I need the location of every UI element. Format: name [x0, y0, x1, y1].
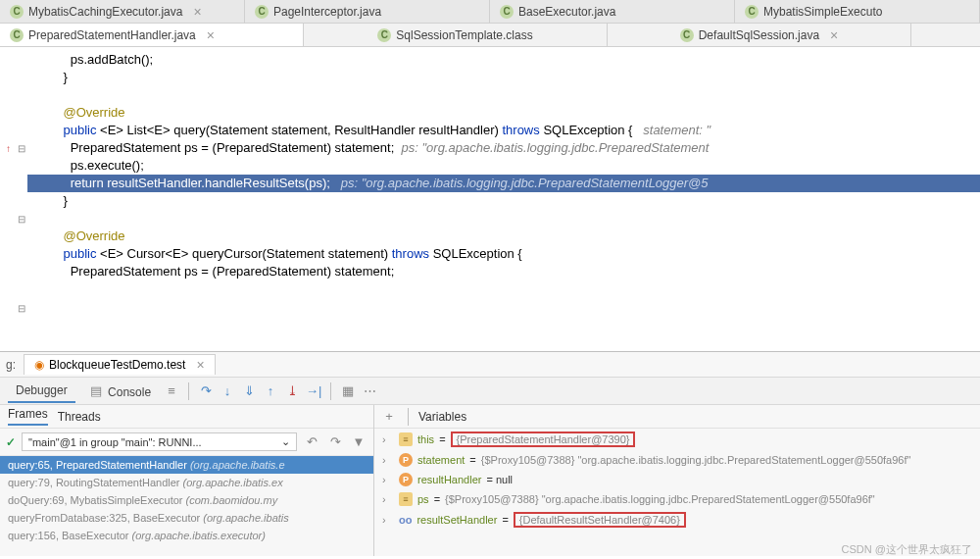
close-icon[interactable]: ×: [207, 27, 215, 43]
expand-icon[interactable]: ›: [382, 493, 394, 505]
chevron-down-icon: ⌄: [281, 435, 290, 448]
variable-row[interactable]: ›ooresultSetHandler = {DefaultResultSetH…: [374, 509, 980, 531]
code-line: PreparedStatement ps = (PreparedStatemen…: [0, 263, 980, 280]
java-class-icon: C: [10, 28, 24, 42]
java-class-icon: C: [745, 5, 759, 19]
code-line: public <E> List<E> query(Statement state…: [0, 122, 980, 139]
code-line: @Override: [0, 104, 980, 122]
close-icon[interactable]: ×: [196, 357, 204, 373]
code-line: [0, 86, 980, 104]
debug-label: g:: [6, 358, 16, 372]
force-step-into-icon[interactable]: ⇓: [240, 382, 258, 400]
step-into-icon[interactable]: ↓: [219, 382, 236, 400]
next-frame-icon[interactable]: ↷: [326, 433, 344, 451]
stack-frame[interactable]: queryFromDatabase:325, BaseExecutor (org…: [0, 509, 373, 527]
expand-icon[interactable]: ›: [382, 514, 394, 526]
thread-selector-row: ✓ "main"@1 in group "main": RUNNI...⌄ ↶ …: [0, 429, 373, 456]
java-class-icon: C: [500, 5, 514, 19]
var-type-icon: ≡: [399, 432, 413, 446]
code-line: }: [0, 192, 980, 210]
tab-debugger[interactable]: Debugger: [8, 380, 75, 403]
tab-file[interactable]: CDefaultSqlSession.java×: [608, 24, 911, 46]
thread-dropdown[interactable]: "main"@1 in group "main": RUNNI...⌄: [22, 432, 297, 451]
variable-row[interactable]: ›≡ps = {$Proxy105@7388} "org.apache.ibat…: [374, 489, 980, 509]
stack-frame[interactable]: doQuery:69, MybatisSimpleExecutor (com.b…: [0, 491, 373, 509]
frame-list[interactable]: query:65, PreparedStatementHandler (org.…: [0, 456, 373, 544]
breakpoint-icon[interactable]: ↑: [6, 140, 11, 158]
java-class-icon: C: [377, 28, 391, 42]
drop-frame-icon[interactable]: ⤓: [283, 382, 301, 400]
stack-frame[interactable]: query:79, RoutingStatementHandler (org.a…: [0, 474, 373, 491]
step-out-icon[interactable]: ↑: [262, 382, 279, 400]
debug-tool-window: g: ◉ BlockqueueTestDemo.test × Debugger …: [0, 351, 980, 556]
separator: [330, 382, 331, 400]
threads-icon[interactable]: ≡: [163, 382, 180, 400]
run-to-cursor-icon[interactable]: →|: [305, 382, 322, 400]
variables-header: Variables: [418, 410, 466, 424]
filter-icon[interactable]: ▼: [350, 433, 368, 451]
ref-icon: oo: [399, 514, 412, 526]
var-type-icon: P: [399, 453, 413, 467]
tab-bar-row1: CMybatisCachingExecutor.java× CPageInter…: [0, 0, 980, 24]
step-over-icon[interactable]: ↷: [197, 382, 215, 400]
threads-tab[interactable]: Threads: [58, 410, 101, 424]
gutter: ↑ ⊟ ⊟ ⊟: [0, 47, 27, 351]
code-editor[interactable]: ↑ ⊟ ⊟ ⊟ ps.addBatch(); } @Override publi…: [0, 47, 980, 351]
var-type-icon: ≡: [399, 492, 413, 506]
code-line-current: return resultSetHandler.handleResultSets…: [0, 175, 980, 192]
stack-frame[interactable]: query:65, PreparedStatementHandler (org.…: [0, 456, 373, 474]
separator: [408, 408, 409, 426]
variable-row[interactable]: ›≡this = {PreparedStatementHandler@7390}: [374, 429, 980, 450]
debug-panels: Frames Threads ✓ "main"@1 in group "main…: [0, 405, 980, 556]
tab-file[interactable]: CMybatisCachingExecutor.java×: [0, 0, 245, 23]
console-icon: ▤: [87, 382, 105, 400]
add-watch-icon[interactable]: +: [380, 408, 398, 426]
tab-file[interactable]: CSqlSessionTemplate.class: [304, 24, 608, 46]
tab-bar-row2: CPreparedStatementHandler.java× CSqlSess…: [0, 24, 980, 47]
stack-frame[interactable]: query:156, BaseExecutor (org.apache.ibat…: [0, 527, 373, 544]
variable-row[interactable]: ›Pstatement = {$Proxy105@7388} "org.apac…: [374, 450, 980, 470]
more-icon[interactable]: ⋯: [361, 382, 378, 400]
tab-console[interactable]: ▤ Console: [79, 379, 159, 404]
code-line: }: [0, 69, 980, 86]
expand-icon[interactable]: ›: [382, 474, 394, 485]
test-icon: ◉: [34, 358, 44, 372]
run-config-tab[interactable]: ◉ BlockqueueTestDemo.test ×: [24, 354, 216, 375]
code-line: PreparedStatement ps = (PreparedStatemen…: [0, 139, 980, 157]
code-line: public <E> Cursor<E> queryCursor(Stateme…: [0, 245, 980, 263]
expand-icon[interactable]: ›: [382, 433, 394, 445]
tab-file[interactable]: CBaseExecutor.java: [490, 0, 735, 23]
vars-toolbar: + Variables: [374, 405, 980, 429]
variables-panel: + Variables ›≡this = {PreparedStatementH…: [374, 405, 980, 556]
code-line: ps.execute();: [0, 157, 980, 175]
tab-file-active[interactable]: CPreparedStatementHandler.java×: [0, 24, 304, 46]
tab-file[interactable]: CPageInterceptor.java: [245, 0, 490, 23]
java-class-icon: C: [10, 5, 24, 19]
java-class-icon: C: [680, 28, 694, 42]
fold-icon[interactable]: ⊟: [18, 211, 25, 229]
frames-tab[interactable]: Frames: [8, 407, 48, 426]
close-icon[interactable]: ×: [193, 4, 201, 20]
separator: [188, 382, 189, 400]
var-type-icon: P: [399, 473, 413, 486]
debug-toolbar: Debugger ▤ Console ≡ ↷ ↓ ⇓ ↑ ⤓ →| ▦ ⋯: [0, 378, 980, 405]
fold-icon[interactable]: ⊟: [18, 300, 25, 318]
java-class-icon: C: [255, 5, 269, 19]
expand-icon[interactable]: ›: [382, 454, 394, 466]
debug-header: g: ◉ BlockqueueTestDemo.test ×: [0, 352, 980, 378]
frames-header: Frames Threads: [0, 405, 373, 429]
code-line: @Override: [0, 228, 980, 245]
fold-icon[interactable]: ⊟: [18, 140, 25, 158]
tab-file[interactable]: CMybatisSimpleExecuto: [735, 0, 980, 23]
variable-row[interactable]: ›PresultHandler = null: [374, 470, 980, 489]
evaluate-icon[interactable]: ▦: [339, 382, 357, 400]
variables-list[interactable]: ›≡this = {PreparedStatementHandler@7390}…: [374, 429, 980, 531]
close-icon[interactable]: ×: [830, 27, 838, 43]
frames-panel: Frames Threads ✓ "main"@1 in group "main…: [0, 405, 374, 556]
check-icon: ✓: [6, 435, 16, 449]
code-line: [0, 210, 980, 228]
watermark: CSDN @这个世界太疯狂了: [842, 542, 972, 557]
code-line: ps.addBatch();: [0, 51, 980, 69]
prev-frame-icon[interactable]: ↶: [303, 433, 320, 451]
